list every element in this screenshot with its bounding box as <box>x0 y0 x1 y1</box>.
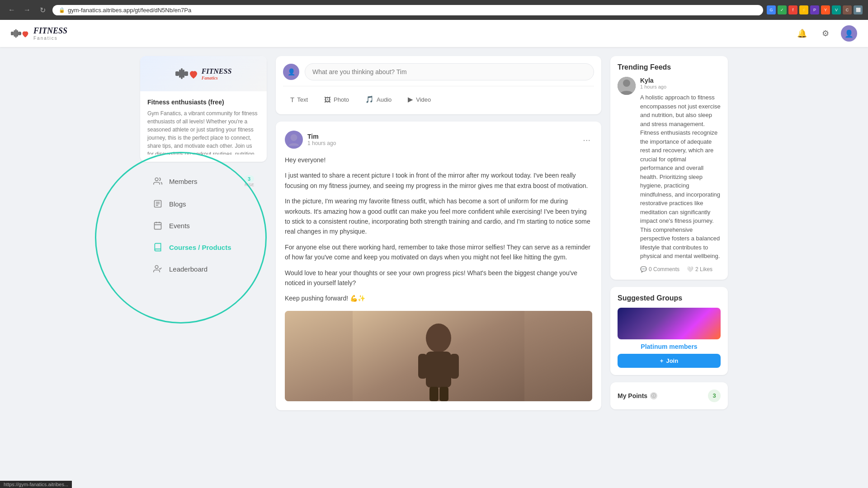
main-content: FITNESS Fanatics Fitness enthusiasts (fr… <box>131 47 737 488</box>
post-image <box>285 311 592 401</box>
post-para-4: For anyone else out there working hard, … <box>285 242 592 263</box>
events-icon <box>153 221 163 230</box>
trending-likes-button[interactable]: 🤍 2 Likes <box>687 266 712 272</box>
suggested-group-item: Platinum members + Join <box>618 308 721 368</box>
suggested-group-name[interactable]: Platinum members <box>618 343 721 350</box>
post-options-button[interactable]: ··· <box>581 133 592 147</box>
svg-point-17 <box>426 324 451 352</box>
group-banner-bg <box>618 308 721 339</box>
nav-menu: Members 3 RISE Blogs <box>140 165 267 284</box>
audio-action-label: Audio <box>377 96 392 103</box>
trending-section-title: Trending Feeds <box>618 63 721 71</box>
members-badge-sub: RISE <box>244 183 254 187</box>
video-action-button[interactable]: ▶ Video <box>401 92 438 107</box>
trending-card: Trending Feeds Kyla 1 hours <box>610 56 728 280</box>
browser-nav-buttons: ← → ↻ <box>5 4 49 16</box>
points-info-icon[interactable]: ⓘ <box>650 392 657 399</box>
logo: FITNESS Fanatics <box>11 24 67 42</box>
logo-main-text: FITNESS <box>33 26 67 36</box>
lock-icon: 🔒 <box>59 7 65 13</box>
logo-icon <box>11 24 29 42</box>
nav-menu-overlay: Members 3 RISE Blogs <box>140 165 267 284</box>
ext-icon-9: ⬜ <box>854 5 863 14</box>
ext-icon-6: Y <box>821 5 830 14</box>
nav-blogs-label: Blogs <box>169 200 186 208</box>
svg-point-15 <box>291 134 297 141</box>
leaderboard-icon <box>153 264 163 274</box>
forward-button[interactable]: → <box>21 4 33 16</box>
group-name-fitness: FITNESS <box>202 67 232 75</box>
svg-rect-7 <box>179 70 181 78</box>
ext-icon-3: f <box>788 5 797 14</box>
composer-input[interactable] <box>305 63 594 80</box>
post-para-3: In the picture, I'm wearing my favorite … <box>285 196 592 237</box>
group-info: Fitness enthusiasts (free) Gym Fanatics,… <box>140 91 267 162</box>
suggested-groups-title: Suggested Groups <box>618 294 721 302</box>
address-bar[interactable]: 🔒 gym-fanatics.aitribes.app/gt/feed/dN5N… <box>52 5 763 15</box>
video-action-icon: ▶ <box>408 95 413 103</box>
nav-item-members[interactable]: Members 3 RISE <box>144 170 263 192</box>
logo-text-block: FITNESS Fanatics <box>33 26 67 41</box>
post-time: 1 hours ago <box>307 140 336 146</box>
svg-rect-2 <box>15 29 17 38</box>
center-feed: 👤 T Text 🖼 Photo 🎵 Audio <box>276 56 601 479</box>
like-icon: 🤍 <box>687 266 693 272</box>
svg-rect-0 <box>11 32 14 35</box>
svg-rect-3 <box>17 30 18 37</box>
composer-actions: T Text 🖼 Photo 🎵 Audio ▶ Video <box>283 86 594 107</box>
status-url: https://gym-fanatics.aitribes... <box>4 482 68 487</box>
photo-action-label: Photo <box>334 96 349 103</box>
text-action-icon: T <box>290 96 294 103</box>
group-banner-img <box>618 308 721 339</box>
points-label-row: My Points ⓘ <box>618 392 657 399</box>
trending-text: A holistic approach to fitness encompass… <box>640 93 721 261</box>
svg-rect-20 <box>450 354 459 379</box>
members-icon <box>153 176 163 186</box>
join-icon: + <box>660 357 664 364</box>
group-card: FITNESS Fanatics Fitness enthusiasts (fr… <box>140 56 267 162</box>
points-card: My Points ⓘ 3 <box>610 382 728 409</box>
nav-item-events[interactable]: Events <box>144 215 263 236</box>
text-action-button[interactable]: T Text <box>283 92 315 107</box>
post-para-6: Keep pushing forward! 💪✨ <box>285 293 592 303</box>
post-card: Tim 1 hours ago ··· Hey everyone! I just… <box>276 122 601 410</box>
trending-avatar-img <box>618 77 636 95</box>
svg-rect-21 <box>429 387 439 401</box>
back-button[interactable]: ← <box>5 4 18 16</box>
trending-comments-button[interactable]: 💬 0 Comments <box>640 266 679 272</box>
nav-item-courses[interactable]: Courses / Products <box>144 237 263 258</box>
group-banner-logo: FITNESS Fanatics <box>175 67 232 80</box>
settings-button[interactable]: ⚙ <box>817 25 834 42</box>
audio-action-button[interactable]: 🎵 Audio <box>358 92 399 107</box>
post-avatar <box>285 131 303 149</box>
svg-rect-22 <box>439 387 448 401</box>
video-action-label: Video <box>416 96 431 103</box>
post-composer: 👤 T Text 🖼 Photo 🎵 Audio <box>276 56 601 114</box>
ext-icon-7: V <box>832 5 841 14</box>
likes-count: 2 Likes <box>695 266 712 272</box>
composer-avatar: 👤 <box>283 64 299 80</box>
ext-icon-2: ✓ <box>778 5 787 14</box>
top-nav-right: 🔔 ⚙ 👤 <box>794 25 857 42</box>
blogs-icon <box>153 199 163 209</box>
group-name-fanatics: Fanatics <box>202 75 232 80</box>
nav-item-leaderboard[interactable]: Leaderboard <box>144 258 263 279</box>
logo-sub-text: Fanatics <box>33 36 67 41</box>
user-avatar[interactable]: 👤 <box>841 25 857 42</box>
svg-rect-9 <box>183 70 184 78</box>
group-type: Fitness enthusiasts (free) <box>147 99 259 106</box>
nav-item-blogs[interactable]: Blogs <box>144 193 263 214</box>
join-label: Join <box>666 357 678 364</box>
join-button[interactable]: + Join <box>618 354 721 368</box>
nav-courses-label: Courses / Products <box>169 244 231 251</box>
trending-avatar <box>618 77 636 95</box>
notifications-button[interactable]: 🔔 <box>794 25 810 42</box>
svg-rect-18 <box>426 352 451 388</box>
refresh-button[interactable]: ↻ <box>36 4 49 16</box>
svg-point-24 <box>623 80 630 87</box>
ext-icon-1: G <box>767 5 776 14</box>
svg-rect-10 <box>184 71 188 76</box>
post-image-bg <box>285 311 592 401</box>
photo-action-button[interactable]: 🖼 Photo <box>317 92 356 107</box>
extension-icons: G ✓ f ⚡ P Y V C ⬜ <box>767 5 863 14</box>
